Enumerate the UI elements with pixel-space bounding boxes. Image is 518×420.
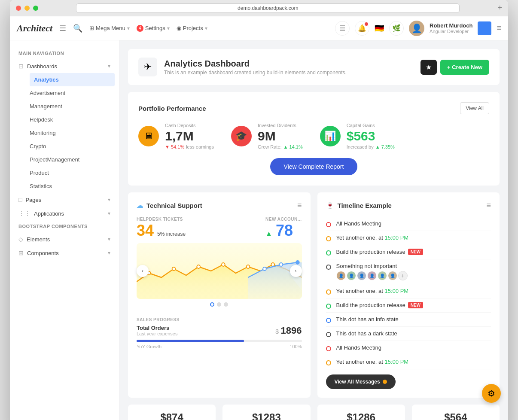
progress-bar-bg <box>137 340 302 342</box>
tl-dot-5 <box>326 289 331 295</box>
maximize-dot[interactable] <box>33 6 38 11</box>
new-tab-button[interactable]: + <box>497 3 502 12</box>
tl-item-6: Build the production release NEW <box>326 298 491 313</box>
create-new-button[interactable]: + Create New <box>440 60 489 75</box>
tl-dot-4 <box>326 265 331 270</box>
avatar[interactable]: 👤 <box>409 21 424 36</box>
tl-dot-2 <box>326 236 331 241</box>
dot-1[interactable] <box>210 302 214 307</box>
components-parent[interactable]: ⊞Components ▾ <box>10 246 119 260</box>
tl-item-1: All Hands Meeting <box>326 217 491 231</box>
technical-support-card: ☁ Technical Support ≡ HELPDESK TICKETS 3… <box>128 192 311 398</box>
total-orders-label: Total Orders <box>137 325 177 331</box>
timeline-menu[interactable]: ≡ <box>486 201 491 210</box>
search-icon[interactable]: 🔍 <box>73 24 82 33</box>
tl-dot-7 <box>326 318 331 323</box>
carousel-dots <box>137 302 302 307</box>
cash-sub: ▼ 54.1% less earnings <box>165 144 214 149</box>
progress-bar-fill <box>137 340 244 342</box>
svg-point-5 <box>271 263 274 266</box>
hamburger-icon[interactable]: ☰ <box>59 24 66 33</box>
bell-icon[interactable]: 🔔 <box>355 21 369 36</box>
blue-square-icon[interactable] <box>478 21 491 35</box>
leaf-icon[interactable]: 🌿 <box>389 21 404 36</box>
dashboards-parent[interactable]: ⊡Dashboards ▾ <box>10 59 119 73</box>
tl-avatars: 👤 👤 👤 👤 👤 👤 + <box>336 271 408 280</box>
settings-label: Settings <box>145 25 165 31</box>
tl-avatar-2: 👤 <box>347 271 356 280</box>
nav-advertisement[interactable]: Advertisement <box>25 86 119 100</box>
grow-label: Grow Rate: <box>258 144 282 149</box>
url-bar[interactable]: demo.dashboardpack.com <box>76 3 460 13</box>
nav-product[interactable]: Product <box>25 166 119 180</box>
view-messages-button[interactable]: View All Messages <box>326 374 396 389</box>
capital-value: $563 <box>347 129 395 143</box>
portfolio-title: Portfolio Performance <box>138 105 206 112</box>
pages-parent[interactable]: □Pages ▾ <box>10 193 119 207</box>
dot-icon: ◉ <box>177 25 181 31</box>
stat-value-4: $564 <box>419 411 493 420</box>
carousel-prev[interactable]: ‹ <box>137 265 149 277</box>
bottom-row: ☁ Technical Support ≡ HELPDESK TICKETS 3… <box>128 192 500 398</box>
nav-helpdesk[interactable]: Helpdesk <box>25 113 119 126</box>
carousel-next[interactable]: › <box>290 265 302 277</box>
settings-badge: 4 <box>137 25 143 32</box>
tl-item-4: Something not important 👤 👤 👤 👤 👤 👤 + <box>326 259 491 284</box>
sp-label: SALES PROGRESS <box>137 317 302 322</box>
view-messages-label: View All Messages <box>335 379 380 385</box>
tl-text-6: Build the production release <box>336 302 405 308</box>
tl-item-3: Build the production release NEW <box>326 245 491 259</box>
tickets-pct: 5% <box>157 231 165 237</box>
pages-chevron: ▾ <box>108 197 110 203</box>
new-accounts-label: NEW ACCOUN... <box>265 217 302 222</box>
settings-chevron: ▾ <box>167 25 170 31</box>
cloud-icon: ☁ <box>137 202 143 210</box>
capital-sub: Increased by ▲ 7.35% <box>347 144 395 149</box>
tl-avatar-add[interactable]: + <box>398 271 408 280</box>
nav-crypto[interactable]: Crypto <box>25 140 119 153</box>
pages-icon: □ <box>18 196 22 203</box>
nav-statistics[interactable]: Statistics <box>25 180 119 193</box>
tl-dot-9 <box>326 346 331 351</box>
nav-project-management[interactable]: ProjectManagement <box>25 153 119 166</box>
settings-fab[interactable]: ⚙ <box>482 384 501 403</box>
nav-monitoring[interactable]: Monitoring <box>25 126 119 140</box>
tl-text-8: This dot has a dark state <box>336 330 397 337</box>
components-chevron: ▾ <box>108 250 110 256</box>
view-report-button[interactable]: View Complete Report <box>270 158 358 175</box>
view-all-button[interactable]: View All <box>460 102 489 114</box>
user-info: Robert Murdoch Angular Developer <box>430 22 472 34</box>
nav-management[interactable]: Management <box>25 100 119 113</box>
page-icon: ✈ <box>138 58 157 76</box>
timeline-card: 🍷 Timeline Example ≡ All Hands Meeting <box>317 192 500 398</box>
menu-action-icon[interactable]: ☰ <box>335 21 350 36</box>
star-button[interactable]: ★ <box>420 60 437 75</box>
stat-value-3: $1286 <box>324 411 398 420</box>
elements-parent[interactable]: ◇Elements ▾ <box>10 232 119 246</box>
dot-2[interactable] <box>217 302 221 307</box>
flag-icon[interactable]: 🇩🇪 <box>375 24 384 33</box>
close-dot[interactable] <box>16 6 21 11</box>
projects-nav[interactable]: ◉ Projects ▾ <box>177 25 207 31</box>
url-text: demo.dashboardpack.com <box>238 5 298 11</box>
total-orders-value: 1896 <box>281 325 302 336</box>
applications-parent[interactable]: ⋮⋮Applications ▾ <box>10 207 119 220</box>
currency-symbol: $ <box>275 328 279 335</box>
more-icon[interactable]: ≡ <box>497 24 501 33</box>
portfolio-card: Portfolio Performance View All 🖥 Cash De… <box>128 92 500 186</box>
dot-3[interactable] <box>224 302 228 307</box>
minimize-dot[interactable] <box>24 6 30 11</box>
tech-support-title: Technical Support <box>146 202 202 209</box>
cash-icon: 🖥 <box>138 126 159 146</box>
settings-nav[interactable]: 4 Settings ▾ <box>137 25 170 32</box>
nav-analytics[interactable]: Analytics <box>30 73 115 86</box>
stat-card-4: $564 <box>412 405 500 420</box>
mega-menu-chevron: ▾ <box>127 25 130 31</box>
tl-dot-1 <box>326 222 331 227</box>
tl-avatar-1: 👤 <box>336 271 346 280</box>
mega-menu-nav[interactable]: ⊞ Mega Menu ▾ <box>89 25 130 31</box>
tl-text-4: Something not important <box>336 263 408 269</box>
tech-support-menu[interactable]: ≡ <box>297 201 302 210</box>
svg-point-6 <box>263 267 266 271</box>
tl-text-3: Build the production release <box>336 249 405 255</box>
